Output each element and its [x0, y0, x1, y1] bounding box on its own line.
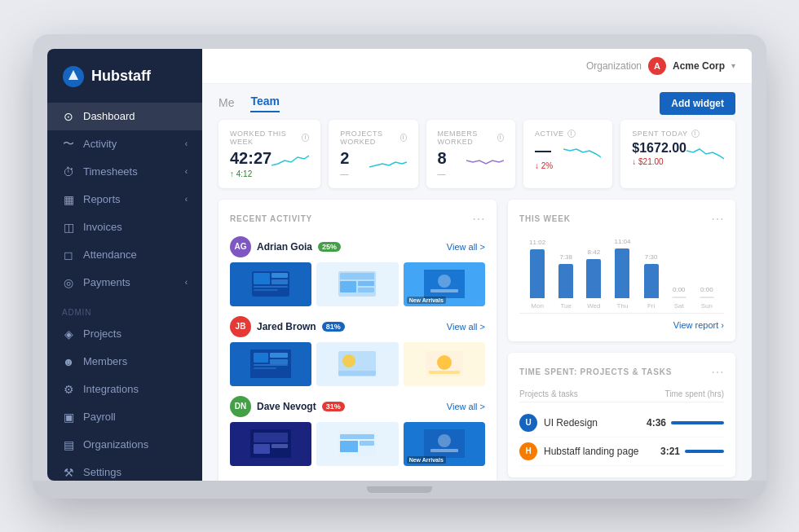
- view-all-link[interactable]: View all >: [447, 322, 485, 332]
- chevron-icon: ‹: [185, 195, 188, 204]
- svg-rect-15: [430, 289, 458, 292]
- sidebar-item-label: Payments: [83, 276, 130, 288]
- thumbnail: [316, 342, 398, 386]
- card-menu-icon[interactable]: ⋯: [711, 364, 724, 380]
- sidebar-item-payments[interactable]: ◎ Payments ‹: [47, 269, 202, 297]
- time-bar: [685, 450, 724, 453]
- recent-activity-title: RECENT ACTIVITY: [230, 214, 312, 223]
- activity-icon: 〜: [62, 138, 75, 151]
- sidebar-item-integrations[interactable]: ⚙ Integrations: [47, 376, 202, 403]
- time-bar-wrap: 4:36: [647, 417, 724, 429]
- sparkline-chart: [271, 149, 309, 172]
- org-chevron-icon[interactable]: ▾: [731, 61, 735, 70]
- sidebar-item-settings[interactable]: ⚒ Settings: [47, 459, 202, 481]
- svg-rect-20: [254, 364, 288, 366]
- sidebar-item-timesheets[interactable]: ⏱ Timesheets ‹: [47, 158, 202, 186]
- chart-column: 8:42Wed: [586, 248, 601, 310]
- chart-time-label: 8:42: [588, 248, 601, 256]
- time-spent-card: TIME SPENT: PROJECTS & TASKS ⋯ Projects …: [508, 353, 735, 477]
- screenshot-preview: [250, 429, 291, 458]
- svg-point-26: [437, 355, 452, 370]
- card-header: RECENT ACTIVITY ⋯: [230, 211, 485, 226]
- user-avatar: DN: [230, 396, 251, 417]
- thumb-label: New Arrivals: [407, 297, 446, 304]
- svg-rect-4: [271, 273, 288, 278]
- thumbnail: [316, 262, 398, 306]
- sidebar-item-invoices[interactable]: ◫ Invoices: [47, 213, 202, 241]
- stat-value: $1672.00: [632, 141, 686, 156]
- laptop-screen: Hubstaff ⊙ Dashboard 〜 Activity ‹ ⏱ Time…: [47, 49, 752, 481]
- stat-label-text: MEMBERS WORKED: [438, 130, 495, 146]
- sidebar: Hubstaff ⊙ Dashboard 〜 Activity ‹ ⏱ Time…: [47, 49, 202, 481]
- chart-bar: [586, 259, 601, 298]
- sidebar-item-payroll[interactable]: ▣ Payroll: [47, 403, 202, 431]
- add-widget-button[interactable]: Add widget: [660, 92, 735, 115]
- stat-sub: ↓ 2%: [535, 161, 553, 170]
- chart-time-label: 11:02: [529, 239, 545, 246]
- chevron-icon: ‹: [185, 167, 188, 176]
- svg-rect-38: [430, 449, 458, 452]
- chart-day-label: Sat: [674, 302, 684, 310]
- svg-rect-6: [254, 286, 288, 288]
- sidebar-item-reports[interactable]: ▦ Reports ‹: [47, 186, 202, 213]
- chart-day-label: Fri: [647, 302, 655, 310]
- sparkline-chart: [686, 141, 724, 164]
- sidebar-item-label: Dashboard: [83, 110, 135, 122]
- sidebar-item-dashboard[interactable]: ⊙ Dashboard: [47, 103, 202, 130]
- stat-label: MEMBERS WORKED i: [438, 130, 504, 146]
- chart-column: 7:38Tue: [558, 253, 573, 310]
- project-info: U UI Redesign: [519, 414, 598, 432]
- time-table-header: Projects & tasks Time spent (hrs): [519, 389, 724, 402]
- sidebar-logo-text: Hubstaff: [91, 68, 151, 85]
- stat-card-active: ACTIVE i — ↓ 2%: [523, 120, 612, 188]
- sidebar-item-projects[interactable]: ◈ Projects: [47, 320, 202, 348]
- invoices-icon: ◫: [62, 221, 75, 234]
- stat-sub: —: [438, 169, 447, 178]
- card-header: TIME SPENT: PROJECTS & TASKS ⋯: [519, 364, 724, 380]
- sidebar-item-activity[interactable]: 〜 Activity ‹: [47, 130, 202, 158]
- tab-team[interactable]: Team: [250, 95, 280, 112]
- sparkline-chart: [369, 149, 407, 172]
- time-bar-wrap: 3:21: [660, 446, 724, 457]
- chart-column: 7:30Fri: [644, 253, 659, 310]
- screenshot-preview: [424, 350, 465, 378]
- chart-bar: [615, 248, 629, 298]
- svg-point-14: [438, 275, 451, 288]
- payments-icon: ◎: [62, 276, 75, 289]
- members-icon: ☻: [62, 355, 75, 368]
- sidebar-item-label: Settings: [83, 466, 121, 478]
- thumbnail: [230, 422, 311, 466]
- user-avatar: JB: [230, 316, 251, 337]
- sidebar-logo: Hubstaff: [47, 49, 202, 103]
- sidebar-nav: ⊙ Dashboard 〜 Activity ‹ ⏱ Timesheets ‹ …: [47, 103, 202, 481]
- view-all-link[interactable]: View all >: [447, 402, 485, 411]
- stat-label: WORKED THIS WEEK i: [230, 130, 309, 146]
- view-report-link[interactable]: View report ›: [519, 320, 724, 330]
- stat-label-text: SPENT TODAY: [632, 130, 687, 138]
- laptop-wrapper: Hubstaff ⊙ Dashboard 〜 Activity ‹ ⏱ Time…: [33, 34, 766, 499]
- user-name: Adrian Goia: [257, 241, 312, 253]
- user-info: JB Jared Brown 81%: [230, 316, 345, 337]
- this-week-card: THIS WEEK ⋯ 11:02Mon7:38Tue8:42Wed11:04T…: [508, 200, 735, 341]
- thumb-label: New Arrivals: [407, 456, 446, 464]
- user-name: Jared Brown: [257, 321, 316, 332]
- time-value: 3:21: [660, 446, 680, 457]
- card-menu-icon[interactable]: ⋯: [711, 211, 724, 226]
- screenshot-preview: [337, 429, 377, 458]
- sidebar-item-members[interactable]: ☻ Members: [47, 348, 202, 376]
- organizations-icon: ▤: [62, 438, 75, 451]
- settings-icon: ⚒: [62, 466, 75, 479]
- info-icon: i: [691, 130, 700, 138]
- sidebar-item-organizations[interactable]: ▤ Organizations: [47, 431, 202, 459]
- time-value: 4:36: [647, 417, 666, 429]
- card-menu-icon[interactable]: ⋯: [472, 211, 485, 226]
- stat-label: PROJECTS WORKED i: [340, 130, 406, 146]
- project-icon: H: [519, 442, 537, 460]
- stat-value: 42:27: [230, 149, 271, 168]
- tab-me[interactable]: Me: [219, 96, 234, 112]
- stat-card-projects-worked: PROJECTS WORKED i 2 —: [329, 120, 417, 188]
- chart-column: 11:02Mon: [529, 239, 545, 310]
- user-info: AG Adrian Goia 25%: [230, 236, 341, 257]
- view-all-link[interactable]: View all >: [447, 242, 485, 252]
- sidebar-item-attendance[interactable]: ◻ Attendance: [47, 241, 202, 269]
